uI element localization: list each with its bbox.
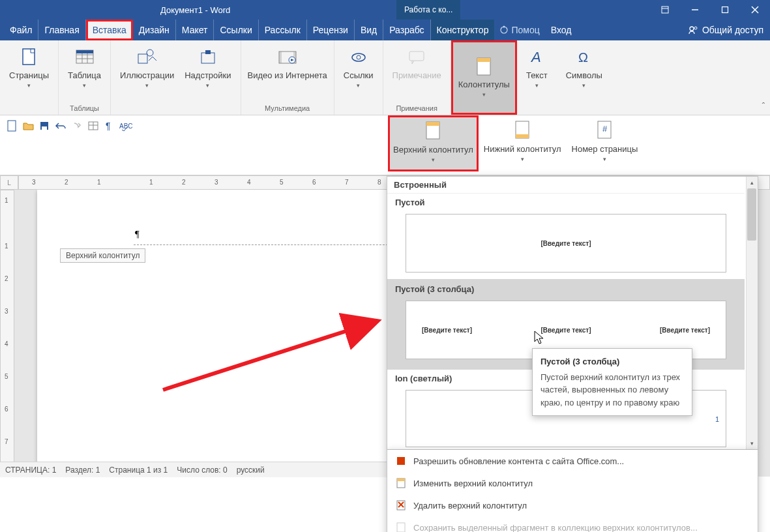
- qa-redo-icon[interactable]: [69, 118, 85, 134]
- ion-page-num: 1: [715, 415, 719, 423]
- save-gallery-icon: [395, 522, 407, 532]
- svg-point-25: [352, 53, 365, 61]
- close-icon[interactable]: [740, 0, 770, 20]
- text-icon: A: [526, 47, 547, 68]
- gallery-item-empty[interactable]: [Введите текст]: [406, 214, 726, 273]
- pages-button[interactable]: Страницы ▾: [4, 43, 54, 94]
- signin-link[interactable]: Вход: [545, 20, 578, 40]
- tab-layout[interactable]: Макет: [176, 20, 215, 40]
- context-tab-label[interactable]: Работа с ко...: [396, 0, 460, 20]
- svg-point-7: [503, 26, 505, 28]
- svg-rect-0: [662, 7, 668, 13]
- header-edit-area[interactable]: [134, 226, 401, 245]
- qa-table-icon[interactable]: [85, 118, 101, 134]
- video-icon: [277, 47, 298, 68]
- text-button[interactable]: A Текст ▾: [521, 43, 553, 94]
- tab-review[interactable]: Рецензи: [307, 20, 355, 40]
- table-button[interactable]: Таблица ▾: [63, 43, 106, 94]
- edit-header-icon: [395, 477, 407, 489]
- symbols-button[interactable]: Ω Символы ▾: [561, 43, 608, 94]
- status-page[interactable]: СТРАНИЦА: 1: [5, 466, 56, 475]
- header-section-label: Верхний колонтитул: [60, 248, 145, 263]
- menu-update-from-office[interactable]: Разрешить обновление контента с сайта Of…: [387, 450, 758, 472]
- tab-mailings[interactable]: Рассылк: [259, 20, 307, 40]
- qa-new-icon[interactable]: [4, 118, 20, 134]
- delete-header-icon: [395, 499, 407, 511]
- help-tell-me[interactable]: Помоц: [494, 25, 544, 35]
- scrollbar-thumb[interactable]: [747, 188, 756, 241]
- gallery-footer-menu: Разрешить обновление контента с сайта Of…: [387, 450, 758, 532]
- menu-edit-header[interactable]: Изменить верхний колонтитул: [387, 472, 758, 494]
- footer-dropdown-button[interactable]: Нижний колонтитул▾: [479, 115, 567, 171]
- tab-insert[interactable]: Вставка: [86, 20, 133, 40]
- svg-rect-53: [397, 523, 405, 532]
- omega-icon: Ω: [574, 47, 595, 68]
- header-dropdown-button[interactable]: Верхний колонтитул▾: [388, 115, 479, 171]
- tab-developer[interactable]: Разрабс: [383, 20, 430, 40]
- svg-rect-47: [397, 457, 405, 465]
- svg-rect-3: [722, 7, 728, 13]
- qa-save-icon[interactable]: [37, 118, 52, 134]
- minimize-icon[interactable]: [680, 0, 710, 20]
- link-icon: [348, 47, 369, 68]
- ruler-tab-selector[interactable]: L: [0, 175, 18, 190]
- svg-rect-43: [516, 134, 529, 138]
- ribbon-tabs: Файл Главная Вставка Дизайн Макет Ссылки…: [0, 20, 770, 40]
- qa-open-icon[interactable]: [20, 118, 36, 134]
- office-icon: [395, 455, 407, 467]
- addins-button[interactable]: Надстройки ▾: [179, 43, 236, 94]
- group-label-tables: Таблицы: [70, 104, 99, 112]
- share-label: Общий доступ: [702, 25, 763, 35]
- gallery-scrollbar[interactable]: ▴ ▾: [746, 177, 758, 449]
- tab-references[interactable]: Ссылки: [214, 20, 258, 40]
- paragraph-mark: ¶: [135, 229, 140, 240]
- svg-rect-49: [397, 479, 405, 481]
- status-language[interactable]: русский: [237, 466, 265, 475]
- online-video-button[interactable]: Видео из Интернета: [245, 43, 330, 85]
- status-words[interactable]: Число слов: 0: [177, 466, 227, 475]
- menu-delete-header[interactable]: Удалить верхний колонтитул: [387, 494, 758, 516]
- tab-design[interactable]: Дизайн: [133, 20, 176, 40]
- chevron-down-icon: ▾: [83, 82, 86, 90]
- tab-file[interactable]: Файл: [4, 20, 38, 40]
- svg-rect-22: [279, 52, 282, 63]
- tab-home[interactable]: Главная: [38, 20, 85, 40]
- maximize-icon[interactable]: [710, 0, 740, 20]
- vertical-ruler[interactable]: 1 1 2 3 4 5 6 7: [0, 190, 14, 477]
- scroll-up-icon[interactable]: ▴: [747, 178, 756, 187]
- svg-rect-34: [42, 126, 47, 130]
- illustrations-button[interactable]: Иллюстрации ▾: [115, 43, 179, 94]
- status-page-of[interactable]: Страница 1 из 1: [109, 466, 168, 475]
- chevron-down-icon: ▾: [145, 82, 149, 90]
- headers-footers-button[interactable]: Колонтитулы ▾: [451, 40, 517, 115]
- qa-undo-icon[interactable]: [53, 118, 68, 134]
- chevron-down-icon: ▾: [582, 82, 585, 90]
- svg-rect-17: [138, 54, 147, 63]
- gallery-item-empty-title: Пустой: [387, 194, 745, 211]
- collapse-ribbon-icon[interactable]: ˆ: [762, 101, 765, 111]
- scroll-down-icon[interactable]: ▾: [747, 439, 756, 448]
- status-section[interactable]: Раздел: 1: [65, 466, 100, 475]
- links-button[interactable]: Ссылки ▾: [338, 43, 379, 94]
- qa-paragraph-icon[interactable]: ¶: [102, 118, 117, 134]
- svg-point-8: [690, 27, 694, 31]
- chevron-down-icon: ▾: [357, 82, 360, 90]
- ribbon-group-links: Ссылки ▾: [334, 40, 383, 115]
- help-label: Помоц: [511, 25, 539, 35]
- gallery-item-empty3-title: Пустой (3 столбца): [387, 280, 745, 298]
- chevron-down-icon: ▾: [535, 82, 539, 90]
- ribbon: Страницы ▾ Таблица ▾ Таблицы Иллюстрации…: [0, 40, 770, 115]
- status-bar: СТРАНИЦА: 1 Раздел: 1 Страница 1 из 1 Чи…: [0, 462, 387, 477]
- tab-view[interactable]: Вид: [355, 20, 383, 40]
- ribbon-group-text: A Текст ▾: [517, 40, 557, 115]
- svg-text:¶: ¶: [106, 121, 111, 131]
- tab-designer[interactable]: Конструктор: [431, 20, 495, 40]
- chevron-down-icon: ▾: [482, 91, 486, 99]
- ribbon-display-icon[interactable]: [650, 0, 680, 20]
- page-icon: [19, 47, 40, 68]
- gallery-section-builtin: Встроенный: [387, 177, 745, 194]
- page-number-button[interactable]: # Номер страницы▾: [567, 115, 644, 171]
- qa-spellcheck-icon[interactable]: ABC: [118, 118, 134, 134]
- share-button[interactable]: Общий доступ: [681, 25, 770, 35]
- comment-button: Примечание: [387, 43, 447, 85]
